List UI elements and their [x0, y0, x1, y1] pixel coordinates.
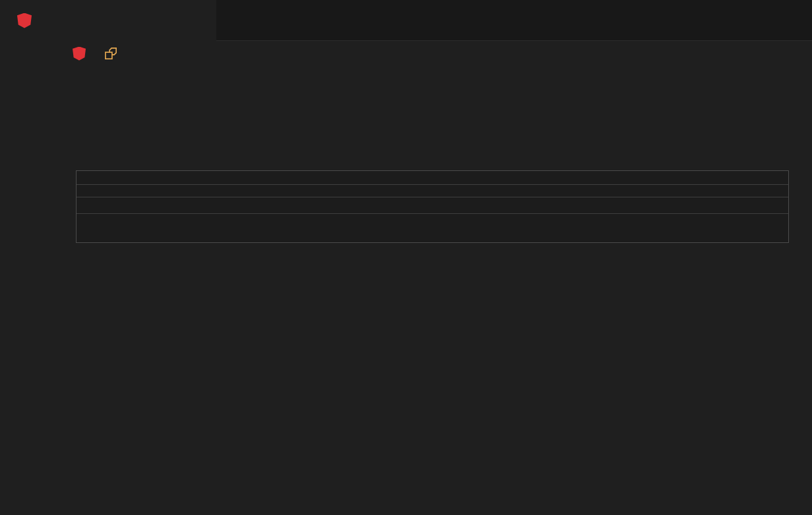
class-symbol-icon [104, 47, 117, 60]
hover-tooltip [76, 170, 789, 243]
angular-icon [17, 13, 32, 28]
module-info [77, 197, 788, 213]
hover-status-bar [77, 213, 788, 242]
angular-icon [73, 47, 86, 61]
diagnostic-eslint [77, 184, 788, 197]
breadcrumb [0, 41, 812, 66]
vscode-window: { "tab": { "title": "products.module.ts"… [0, 0, 812, 515]
tab-products-module[interactable] [0, 0, 216, 41]
diagnostic-ts6133 [77, 171, 788, 184]
code-editor[interactable] [0, 0, 812, 515]
breadcrumb-item-symbol[interactable] [104, 47, 123, 60]
tab-bar [0, 0, 812, 41]
active-tab-top-border [0, 0, 216, 2]
breadcrumb-item-file[interactable] [73, 47, 91, 61]
